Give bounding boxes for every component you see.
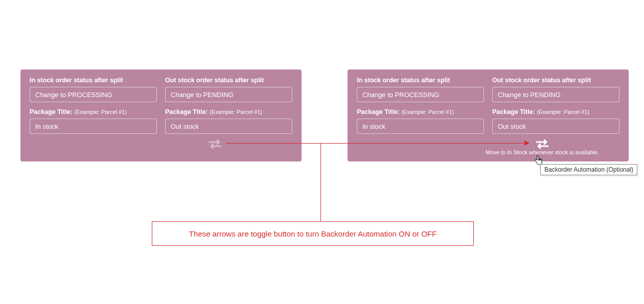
label-example: (Example: Parcel #1): [210, 109, 262, 115]
left-in-status-select[interactable]: Change to PROCESSING: [30, 87, 157, 102]
label-text: Package Title:: [30, 108, 73, 115]
right-out-status-select[interactable]: Change to PENDING: [492, 87, 619, 102]
right-out-title-label: Package Title: (Example: Parcel #1): [492, 108, 619, 115]
right-panel: In stock order status after split Change…: [348, 69, 629, 161]
left-out-status-label: Out stock order status after split: [165, 77, 292, 84]
annotation-connector-vertical: [320, 143, 321, 222]
label-text: Package Title:: [165, 108, 208, 115]
left-out-status-select[interactable]: Change to PENDING: [165, 87, 292, 102]
label-text: Package Title:: [357, 108, 400, 115]
right-out-status-col: Out stock order status after split Chang…: [492, 77, 619, 102]
left-in-title-col: Package Title: (Example: Parcel #1) In s…: [30, 108, 157, 134]
left-row-titles: Package Title: (Example: Parcel #1) In s…: [30, 108, 292, 134]
backorder-helper-text: Move to In Stock whenever stock is avail…: [486, 149, 599, 155]
left-in-status-label: In stock order status after split: [30, 77, 157, 84]
label-example: (Example: Parcel #1): [74, 109, 127, 115]
left-out-title-col: Package Title: (Example: Parcel #1) Out …: [165, 108, 292, 134]
right-in-title-label: Package Title: (Example: Parcel #1): [357, 108, 484, 115]
right-row-status: In stock order status after split Change…: [357, 77, 619, 102]
label-text: Package Title:: [492, 108, 535, 115]
left-in-status-col: In stock order status after split Change…: [30, 77, 157, 102]
label-example: (Example: Parcel #1): [537, 109, 589, 115]
right-out-title-input[interactable]: Out stock: [492, 119, 619, 134]
right-in-status-label: In stock order status after split: [357, 77, 484, 84]
backorder-tooltip: Backorder Automation (Optional): [540, 164, 637, 175]
left-in-title-label: Package Title: (Example: Parcel #1): [30, 108, 157, 115]
right-out-status-label: Out stock order status after split: [492, 77, 619, 84]
left-panel: In stock order status after split Change…: [20, 69, 302, 161]
annotation-connector: [226, 143, 528, 144]
right-in-status-col: In stock order status after split Change…: [357, 77, 484, 102]
left-out-status-col: Out stock order status after split Chang…: [165, 77, 292, 102]
right-in-title-col: Package Title: (Example: Parcel #1) In s…: [357, 108, 484, 134]
left-out-title-input[interactable]: Out stock: [165, 119, 292, 134]
annotation-note: These arrows are toggle button to turn B…: [152, 221, 474, 246]
right-in-title-input[interactable]: In stock: [357, 119, 484, 134]
swap-arrows-icon: [535, 138, 549, 150]
left-out-title-label: Package Title: (Example: Parcel #1): [165, 108, 292, 115]
annotation-arrowhead-icon: [524, 141, 530, 146]
right-row-titles: Package Title: (Example: Parcel #1) In s…: [357, 108, 619, 134]
right-out-title-col: Package Title: (Example: Parcel #1) Out …: [492, 108, 619, 134]
swap-arrows-icon: [208, 138, 222, 150]
right-in-status-select[interactable]: Change to PROCESSING: [357, 87, 484, 102]
left-row-status: In stock order status after split Change…: [30, 77, 292, 102]
label-example: (Example: Parcel #1): [401, 109, 454, 115]
backorder-toggle-off[interactable]: [208, 138, 222, 151]
left-in-title-input[interactable]: In stock: [30, 119, 157, 134]
